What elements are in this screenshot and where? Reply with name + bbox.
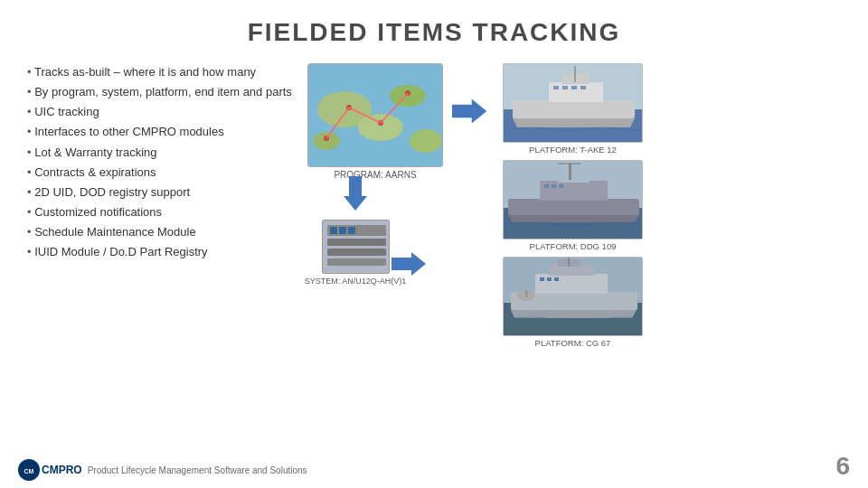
- ship-1-image: [503, 63, 643, 143]
- cmpro-logo: CM CMPRO: [18, 459, 82, 481]
- arrow-right-3: [392, 250, 428, 281]
- svg-rect-60: [554, 277, 559, 281]
- program-row: PROGRAM: AARNS: [307, 63, 494, 180]
- svg-rect-32: [553, 86, 559, 89]
- svg-marker-28: [513, 118, 635, 127]
- svg-point-5: [410, 129, 442, 153]
- center-diagram-column: PROGRAM: AARNS: [307, 63, 494, 281]
- svg-rect-38: [508, 199, 639, 215]
- svg-rect-20: [327, 258, 386, 266]
- svg-rect-42: [569, 164, 571, 180]
- list-item: Interfaces to other CMPRO modules: [27, 123, 298, 141]
- svg-rect-31: [574, 66, 576, 82]
- svg-rect-22: [339, 227, 346, 234]
- svg-rect-52: [535, 274, 608, 294]
- ship-3-image: [503, 257, 643, 336]
- ship-3-block: PLATFORM: CG 67: [503, 257, 643, 348]
- ship-1-block: PLATFORM: T-AKE 12: [503, 63, 643, 155]
- list-item: IUID Module / Do.D Part Registry: [27, 243, 298, 261]
- ship-2-block: PLATFORM: DDG 109: [503, 160, 643, 251]
- map-diagram: [307, 63, 443, 167]
- list-item: 2D UID, DOD registry support: [27, 183, 298, 202]
- svg-rect-29: [549, 82, 603, 102]
- logo-badge: CM: [18, 459, 40, 481]
- footer: CM CMPRO Product Lifecycle Management So…: [0, 459, 868, 481]
- svg-rect-47: [559, 184, 563, 188]
- list-item: By program, system, platform, end item a…: [27, 83, 298, 101]
- page: FIELDED ITEMS TRACKING Tracks as-built –…: [0, 0, 868, 488]
- svg-rect-35: [580, 86, 586, 89]
- list-item: UIC tracking: [27, 103, 298, 121]
- list-item: Lot & Warranty tracking: [27, 144, 298, 162]
- left-panel: Tracks as-built – where it is and how ma…: [27, 63, 307, 443]
- svg-text:CM: CM: [24, 468, 34, 474]
- list-item: Tracks as-built – where it is and how ma…: [27, 63, 298, 81]
- svg-rect-55: [568, 258, 570, 267]
- svg-rect-18: [327, 239, 386, 246]
- svg-rect-33: [562, 86, 568, 89]
- platform-1-label: PLATFORM: T-AKE 12: [529, 145, 617, 155]
- footer-tagline: Product Lifecycle Management Software an…: [88, 465, 307, 475]
- list-item: Schedule Maintenance Module: [27, 223, 298, 241]
- svg-rect-21: [330, 227, 337, 234]
- svg-marker-24: [392, 252, 426, 276]
- page-title: FIELDED ITEMS TRACKING: [27, 18, 841, 47]
- svg-rect-34: [571, 86, 577, 89]
- svg-rect-41: [558, 170, 590, 183]
- list-item: Contracts & expirations: [27, 164, 298, 182]
- arrow-right-1: [452, 98, 488, 128]
- page-number: 6: [835, 452, 850, 481]
- svg-rect-40: [540, 181, 608, 201]
- svg-rect-58: [540, 277, 544, 281]
- map-svg: [308, 64, 443, 167]
- svg-rect-23: [348, 227, 355, 234]
- down-arrow-1: [342, 176, 369, 214]
- svg-rect-27: [513, 100, 635, 118]
- ships-column: PLATFORM: T-AKE 12: [503, 63, 643, 348]
- content-area: Tracks as-built – where it is and how ma…: [27, 63, 841, 443]
- svg-rect-57: [525, 290, 528, 297]
- platform-3-label: PLATFORM: CG 67: [535, 338, 611, 348]
- svg-marker-13: [452, 99, 486, 123]
- svg-rect-59: [547, 277, 552, 281]
- svg-marker-15: [344, 176, 367, 211]
- list-item: Customized notifications: [27, 203, 298, 221]
- svg-marker-39: [508, 215, 639, 222]
- platform-2-label: PLATFORM: DDG 109: [530, 241, 617, 251]
- footer-left: CM CMPRO Product Lifecycle Management So…: [18, 459, 307, 481]
- svg-rect-45: [544, 184, 549, 188]
- svg-point-2: [358, 114, 403, 141]
- svg-rect-19: [327, 249, 386, 256]
- svg-rect-46: [552, 184, 556, 188]
- ship-2-image: [503, 160, 643, 239]
- bullet-list: Tracks as-built – where it is and how ma…: [27, 63, 298, 261]
- logo-text: CMPRO: [42, 464, 82, 476]
- right-panel: PROGRAM: AARNS: [307, 63, 841, 443]
- system-diagram: [322, 220, 390, 274]
